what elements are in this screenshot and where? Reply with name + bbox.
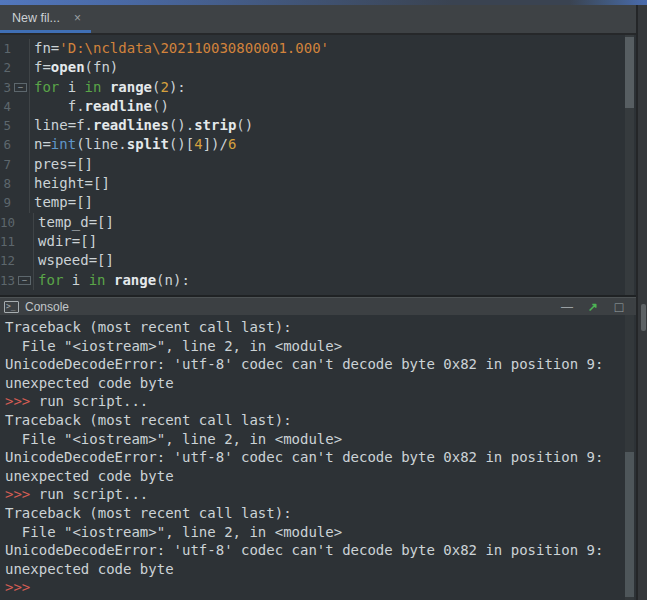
console-output[interactable]: Traceback (most recent call last): File …: [0, 315, 636, 600]
fold-spacer: [14, 160, 27, 169]
text-token: f=: [34, 59, 51, 75]
line-number: 8: [0, 174, 13, 193]
fold-spacer: [18, 218, 31, 227]
fold-spacer: [14, 179, 27, 188]
console-line: >>>: [5, 578, 636, 597]
code-line[interactable]: 9temp=[]: [0, 193, 636, 212]
minimize-icon[interactable]: —: [558, 300, 576, 314]
gutter: 2: [0, 58, 30, 77]
text-token: (n):: [156, 272, 190, 288]
code-line[interactable]: 5line=f.readlines().strip(): [0, 116, 636, 135]
text-token: (line.: [76, 136, 127, 152]
fold-spacer: [14, 63, 27, 72]
code-text: for i in range(n):: [34, 271, 190, 290]
text-token: wspeed=[]: [38, 252, 114, 268]
text-token: ])/: [203, 136, 228, 152]
code-text: temp_d=[]: [34, 213, 114, 232]
open-in-new-icon[interactable]: ↗: [584, 300, 602, 314]
text-token: 'D:\ncldata\202110030800001.000': [59, 40, 329, 56]
code-text: n=int(line.split()[4])/6: [30, 135, 236, 154]
code-text: f.readline(): [30, 97, 169, 116]
text-token: 4: [194, 136, 202, 152]
line-number: 6: [0, 135, 13, 154]
text-token: >>>: [5, 486, 39, 502]
fold-spacer: [14, 121, 27, 130]
code-line[interactable]: 3−for i in range(2):: [0, 78, 636, 97]
text-token: fn=: [34, 40, 59, 56]
text-token: >>>: [5, 393, 39, 409]
code-line[interactable]: 4 f.readline(): [0, 97, 636, 116]
text-token: File "<iostream>", line 2, in <module>: [5, 431, 342, 447]
console-line: UnicodeDecodeError: 'utf-8' codec can't …: [5, 448, 636, 467]
text-token: readlines: [93, 117, 169, 133]
maximize-icon[interactable]: □: [610, 300, 628, 314]
console-line: File "<iostream>", line 2, in <module>: [5, 430, 636, 449]
tab-close-icon[interactable]: ×: [74, 12, 81, 24]
code-text: for i in range(2):: [30, 78, 186, 97]
tab-new-file[interactable]: New fil... ×: [0, 5, 91, 33]
text-token: strip: [194, 117, 236, 133]
console-line: unexpected code byte: [5, 374, 636, 393]
text-token: Traceback (most recent call last):: [5, 505, 292, 521]
text-token: unexpected code byte: [5, 375, 174, 391]
code-line[interactable]: 8height=[]: [0, 174, 636, 193]
text-token: f.: [34, 98, 85, 114]
fold-marker-icon[interactable]: −: [18, 276, 31, 285]
text-token: pres=[]: [34, 156, 93, 172]
console-line: UnicodeDecodeError: 'utf-8' codec can't …: [5, 541, 636, 560]
line-number: 11: [0, 232, 17, 251]
line-number: 5: [0, 116, 13, 135]
code-line[interactable]: 13−for i in range(n):: [0, 271, 636, 290]
gutter: 9: [0, 193, 30, 212]
line-number: 10: [0, 213, 17, 232]
text-token: (fn): [85, 59, 119, 75]
editor-scrollbar[interactable]: [625, 35, 634, 295]
text-token: i: [63, 272, 88, 288]
code-line[interactable]: 2f=open(fn): [0, 58, 636, 77]
text-token: line=f.: [34, 117, 93, 133]
console-title: Console: [25, 300, 69, 314]
console-lines: Traceback (most recent call last): File …: [5, 318, 636, 597]
console-line: >>> run script...: [5, 485, 636, 504]
code-line[interactable]: 7pres=[]: [0, 155, 636, 174]
text-token: ().: [169, 117, 194, 133]
editor-tab-bar: New fil... ×: [0, 5, 636, 35]
tool-strip-handle[interactable]: [641, 304, 646, 331]
text-token: unexpected code byte: [5, 468, 174, 484]
console-scrollbar-thumb[interactable]: [625, 452, 634, 597]
code-text: f=open(fn): [30, 58, 118, 77]
console-panel: >_ Console — ↗ □ Traceback (most recent …: [0, 297, 636, 600]
code-line[interactable]: 12wspeed=[]: [0, 251, 636, 270]
gutter: 3−: [0, 78, 30, 97]
gutter: 8: [0, 174, 30, 193]
text-token: File "<iostream>", line 2, in <module>: [5, 524, 342, 540]
console-header: >_ Console — ↗ □: [0, 297, 636, 315]
text-token: range: [114, 272, 156, 288]
code-line[interactable]: 6n=int(line.split()[4])/6: [0, 135, 636, 154]
text-token: for: [34, 79, 59, 95]
text-token: UnicodeDecodeError: 'utf-8' codec can't …: [5, 356, 603, 372]
code-line[interactable]: 1fn='D:\ncldata\202110030800001.000': [0, 39, 636, 58]
code-line[interactable]: 11wdir=[]: [0, 232, 636, 251]
text-token: int: [51, 136, 76, 152]
text-token: open: [51, 59, 85, 75]
console-line: Traceback (most recent call last):: [5, 411, 636, 430]
text-token: [101, 79, 109, 95]
right-tool-strip: [636, 5, 647, 600]
line-number: 3: [0, 78, 13, 97]
text-token: UnicodeDecodeError: 'utf-8' codec can't …: [5, 542, 603, 558]
editor-scrollbar-thumb[interactable]: [625, 37, 634, 108]
console-line: unexpected code byte: [5, 467, 636, 486]
line-number: 13: [0, 271, 17, 290]
code-editor[interactable]: 1fn='D:\ncldata\202110030800001.000'2f=o…: [0, 35, 636, 297]
code-line[interactable]: 10temp_d=[]: [0, 213, 636, 232]
code-text: temp=[]: [30, 193, 93, 212]
fold-marker-icon[interactable]: −: [14, 83, 27, 92]
code-text: pres=[]: [30, 155, 93, 174]
console-scrollbar[interactable]: [625, 315, 634, 600]
fold-spacer: [14, 199, 27, 208]
line-number: 1: [0, 39, 13, 58]
fold-spacer: [18, 237, 31, 246]
line-number: 2: [0, 58, 13, 77]
text-token: readline: [85, 98, 152, 114]
